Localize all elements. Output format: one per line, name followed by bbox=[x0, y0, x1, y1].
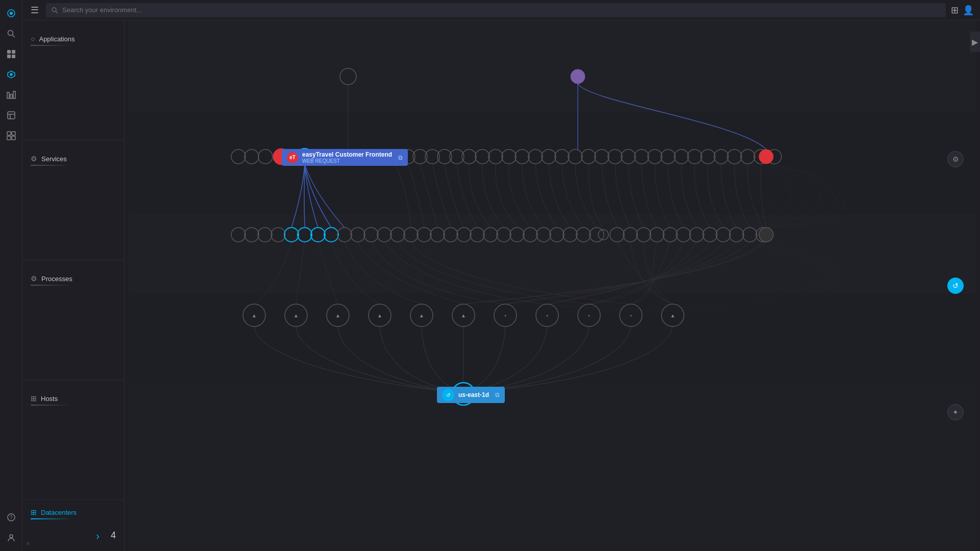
svg-point-110 bbox=[759, 228, 773, 242]
svg-rect-26 bbox=[129, 112, 976, 214]
service-icon-text: eT bbox=[289, 155, 296, 160]
svg-point-22 bbox=[10, 535, 13, 538]
service-name: easyTravel Customer Frontend bbox=[302, 151, 392, 158]
svg-line-3 bbox=[12, 35, 15, 38]
dc-name: us-east-1d bbox=[458, 391, 489, 398]
services-label: ⚙ Services bbox=[22, 155, 124, 163]
help-icon[interactable]: ? bbox=[2, 508, 20, 527]
services-icon: ⚙ bbox=[31, 155, 37, 163]
section-services: ⚙ Services bbox=[22, 140, 124, 260]
menu-button[interactable]: ☰ bbox=[29, 3, 41, 18]
svg-rect-10 bbox=[7, 92, 9, 98]
svg-point-1 bbox=[10, 12, 13, 15]
dc-ext-link[interactable]: ⧉ bbox=[495, 391, 500, 398]
service-info: easyTravel Customer Frontend WEB REQUEST bbox=[302, 151, 392, 164]
topbar-right: ⊞ 👤 bbox=[951, 5, 974, 16]
svg-text:▲: ▲ bbox=[670, 313, 675, 318]
user-profile-icon[interactable]: 👤 bbox=[963, 5, 974, 16]
svg-text:▲: ▲ bbox=[461, 313, 466, 318]
svg-rect-29 bbox=[129, 385, 976, 551]
datacenters-underline bbox=[31, 518, 71, 519]
svg-rect-25 bbox=[129, 20, 976, 112]
section-processes: ⚙ Processes bbox=[22, 260, 124, 380]
topology-icon[interactable] bbox=[2, 65, 20, 84]
svg-text:▪: ▪ bbox=[588, 313, 590, 318]
svg-rect-13 bbox=[8, 112, 15, 119]
hosts-text: Hosts bbox=[41, 395, 58, 403]
service-type: WEB REQUEST bbox=[302, 158, 392, 164]
datacenters-label: ⊞ Datacenters bbox=[22, 508, 124, 516]
svg-point-68 bbox=[759, 149, 773, 164]
datacenter-tooltip[interactable]: ↺ us-east-1d ⧉ bbox=[437, 387, 505, 403]
svg-point-2 bbox=[8, 31, 13, 36]
services-text: Services bbox=[41, 155, 67, 163]
left-panel: ○ Applications ⚙ Services ⚙ Processes bbox=[22, 20, 125, 551]
home-icon[interactable] bbox=[2, 4, 20, 22]
svg-point-9 bbox=[10, 73, 12, 76]
hosts-icon: ⊞ bbox=[31, 394, 37, 403]
dc-icon-symbol: ↺ bbox=[446, 392, 450, 398]
processes-text: Processes bbox=[41, 275, 72, 283]
sidebar-icons: ? bbox=[0, 0, 22, 551]
grid-icon[interactable] bbox=[2, 45, 20, 63]
processes-label: ⚙ Processes bbox=[22, 274, 124, 283]
svg-text:▪: ▪ bbox=[546, 313, 548, 318]
services-underline bbox=[31, 165, 71, 166]
section-datacenters: ⊞ Datacenters 4 › « bbox=[22, 500, 124, 551]
svg-rect-11 bbox=[10, 94, 12, 98]
applications-text: Applications bbox=[39, 35, 75, 43]
svg-rect-12 bbox=[13, 91, 15, 98]
svg-rect-18 bbox=[7, 136, 11, 140]
svg-text:▲: ▲ bbox=[377, 313, 382, 318]
applications-icon: ○ bbox=[31, 35, 35, 43]
service-ext-link[interactable]: ⧉ bbox=[398, 154, 403, 161]
refresh-button[interactable]: ↺ bbox=[947, 278, 964, 294]
search-icon[interactable] bbox=[2, 24, 20, 43]
svg-point-31 bbox=[571, 69, 585, 84]
svg-point-23 bbox=[52, 8, 56, 12]
chart-icon[interactable] bbox=[2, 86, 20, 104]
hosts-underline bbox=[31, 405, 71, 406]
tile-icon[interactable] bbox=[2, 127, 20, 145]
svg-text:▲: ▲ bbox=[419, 313, 424, 318]
dc-count: 4 bbox=[111, 530, 116, 541]
collapse-button[interactable]: « bbox=[27, 540, 30, 547]
search-icon bbox=[51, 7, 58, 14]
section-hosts: ⊞ Hosts bbox=[22, 380, 124, 500]
datacenters-text: Datacenters bbox=[41, 509, 77, 516]
dc-icon: ↺ bbox=[442, 389, 454, 401]
svg-text:?: ? bbox=[10, 515, 13, 520]
service-tooltip[interactable]: eT easyTravel Customer Frontend WEB REQU… bbox=[282, 149, 408, 166]
graph-canvas[interactable]: ▶ bbox=[125, 20, 980, 551]
svg-text:▲: ▲ bbox=[335, 313, 340, 318]
topbar: ☰ ⊞ 👤 bbox=[22, 0, 980, 20]
svg-text:▪: ▪ bbox=[504, 313, 506, 318]
monitor-icon[interactable]: ⊞ bbox=[951, 5, 959, 16]
dc-expand-arrow[interactable]: › bbox=[96, 530, 100, 542]
applications-label: ○ Applications bbox=[22, 35, 124, 43]
applications-underline bbox=[31, 45, 71, 46]
svg-text:▲: ▲ bbox=[252, 313, 257, 318]
svg-rect-5 bbox=[12, 50, 15, 54]
svg-line-24 bbox=[56, 11, 58, 13]
svg-rect-16 bbox=[7, 132, 11, 135]
box-icon[interactable] bbox=[2, 106, 20, 124]
collapse-right-button[interactable]: ▶ bbox=[970, 32, 980, 52]
service-node-icon: eT bbox=[287, 152, 298, 163]
svg-rect-7 bbox=[12, 55, 15, 58]
svg-rect-4 bbox=[7, 50, 11, 54]
zoom-settings-button[interactable]: ⚙ bbox=[947, 151, 964, 167]
body-area: ○ Applications ⚙ Services ⚙ Processes bbox=[22, 20, 980, 551]
section-applications: ○ Applications bbox=[22, 20, 124, 140]
user-icon[interactable] bbox=[2, 529, 20, 547]
svg-text:▪: ▪ bbox=[630, 313, 632, 318]
topology-graph: ▲ ▲ ▲ ▲ ▲ ▲ ▪ ▪ ▪ ▪ ▲ ↺ bbox=[125, 20, 980, 551]
hosts-label: ⊞ Hosts bbox=[22, 394, 124, 403]
expand-button[interactable]: ✦ bbox=[947, 404, 964, 420]
svg-rect-6 bbox=[7, 55, 11, 58]
datacenters-icon: ⊞ bbox=[31, 508, 37, 516]
svg-rect-17 bbox=[12, 132, 15, 135]
search-bar bbox=[46, 3, 946, 17]
search-input[interactable] bbox=[62, 6, 215, 14]
processes-icon: ⚙ bbox=[31, 274, 37, 283]
